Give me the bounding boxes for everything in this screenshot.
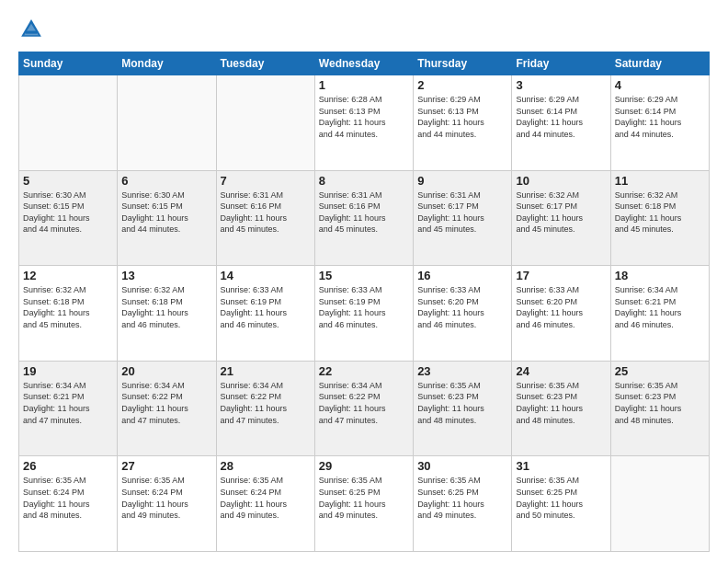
day-info: Sunrise: 6:34 AM Sunset: 6:22 PM Dayligh… <box>319 380 409 426</box>
calendar-cell: 21Sunrise: 6:34 AM Sunset: 6:22 PM Dayli… <box>216 361 314 456</box>
calendar-cell: 24Sunrise: 6:35 AM Sunset: 6:23 PM Dayli… <box>512 361 610 456</box>
day-number: 2 <box>417 78 507 92</box>
day-number: 27 <box>121 459 211 473</box>
weekday-header-wednesday: Wednesday <box>314 52 413 75</box>
calendar-cell: 30Sunrise: 6:35 AM Sunset: 6:25 PM Dayli… <box>414 456 512 552</box>
day-info: Sunrise: 6:35 AM Sunset: 6:24 PM Dayligh… <box>221 475 311 521</box>
logo-icon <box>18 17 44 42</box>
day-info: Sunrise: 6:31 AM Sunset: 6:16 PM Dayligh… <box>319 190 409 236</box>
day-number: 25 <box>615 364 705 378</box>
day-number: 11 <box>615 174 705 188</box>
day-number: 24 <box>516 364 606 378</box>
calendar-cell: 25Sunrise: 6:35 AM Sunset: 6:23 PM Dayli… <box>610 361 709 456</box>
day-number: 21 <box>221 364 311 378</box>
calendar-cell: 1Sunrise: 6:28 AM Sunset: 6:13 PM Daylig… <box>314 75 413 171</box>
weekday-header-monday: Monday <box>118 52 216 75</box>
weekday-header-thursday: Thursday <box>414 52 512 75</box>
weekday-header-tuesday: Tuesday <box>216 52 314 75</box>
day-info: Sunrise: 6:33 AM Sunset: 6:19 PM Dayligh… <box>221 284 311 330</box>
day-info: Sunrise: 6:32 AM Sunset: 6:18 PM Dayligh… <box>23 284 113 330</box>
day-info: Sunrise: 6:29 AM Sunset: 6:13 PM Dayligh… <box>417 94 507 140</box>
day-number: 14 <box>221 269 311 282</box>
calendar-cell <box>118 75 216 171</box>
day-info: Sunrise: 6:35 AM Sunset: 6:25 PM Dayligh… <box>319 475 409 521</box>
calendar-cell <box>19 75 118 171</box>
day-number: 22 <box>319 364 409 378</box>
calendar-cell: 20Sunrise: 6:34 AM Sunset: 6:22 PM Dayli… <box>118 361 216 456</box>
calendar-cell: 12Sunrise: 6:32 AM Sunset: 6:18 PM Dayli… <box>19 266 118 362</box>
day-info: Sunrise: 6:29 AM Sunset: 6:14 PM Dayligh… <box>615 94 705 140</box>
day-number: 19 <box>23 364 113 378</box>
day-info: Sunrise: 6:35 AM Sunset: 6:24 PM Dayligh… <box>121 475 211 521</box>
calendar-cell: 4Sunrise: 6:29 AM Sunset: 6:14 PM Daylig… <box>610 75 709 171</box>
day-number: 16 <box>417 269 507 282</box>
day-info: Sunrise: 6:34 AM Sunset: 6:21 PM Dayligh… <box>615 284 705 330</box>
page: SundayMondayTuesdayWednesdayThursdayFrid… <box>0 0 728 563</box>
weekday-header-friday: Friday <box>512 52 610 75</box>
day-info: Sunrise: 6:35 AM Sunset: 6:23 PM Dayligh… <box>417 380 507 426</box>
day-info: Sunrise: 6:30 AM Sunset: 6:15 PM Dayligh… <box>121 190 211 236</box>
day-info: Sunrise: 6:31 AM Sunset: 6:16 PM Dayligh… <box>221 190 311 236</box>
calendar-cell: 31Sunrise: 6:35 AM Sunset: 6:25 PM Dayli… <box>512 456 610 552</box>
calendar-cell: 27Sunrise: 6:35 AM Sunset: 6:24 PM Dayli… <box>118 456 216 552</box>
day-info: Sunrise: 6:32 AM Sunset: 6:18 PM Dayligh… <box>121 284 211 330</box>
day-info: Sunrise: 6:35 AM Sunset: 6:23 PM Dayligh… <box>615 380 705 426</box>
day-info: Sunrise: 6:33 AM Sunset: 6:20 PM Dayligh… <box>516 284 606 330</box>
day-info: Sunrise: 6:28 AM Sunset: 6:13 PM Dayligh… <box>319 94 409 140</box>
calendar-cell <box>216 75 314 171</box>
day-info: Sunrise: 6:34 AM Sunset: 6:22 PM Dayligh… <box>221 380 311 426</box>
calendar-cell: 18Sunrise: 6:34 AM Sunset: 6:21 PM Dayli… <box>610 266 709 362</box>
calendar-week-5: 26Sunrise: 6:35 AM Sunset: 6:24 PM Dayli… <box>19 456 710 552</box>
day-info: Sunrise: 6:34 AM Sunset: 6:21 PM Dayligh… <box>23 380 113 426</box>
calendar-cell: 5Sunrise: 6:30 AM Sunset: 6:15 PM Daylig… <box>19 170 118 266</box>
weekday-header-saturday: Saturday <box>610 52 709 75</box>
day-number: 17 <box>516 269 606 282</box>
calendar-cell: 3Sunrise: 6:29 AM Sunset: 6:14 PM Daylig… <box>512 75 610 171</box>
day-info: Sunrise: 6:35 AM Sunset: 6:23 PM Dayligh… <box>516 380 606 426</box>
day-number: 12 <box>23 269 113 282</box>
calendar-cell: 15Sunrise: 6:33 AM Sunset: 6:19 PM Dayli… <box>314 266 413 362</box>
calendar-cell: 26Sunrise: 6:35 AM Sunset: 6:24 PM Dayli… <box>19 456 118 552</box>
calendar-week-4: 19Sunrise: 6:34 AM Sunset: 6:21 PM Dayli… <box>19 361 710 456</box>
logo <box>18 17 48 42</box>
day-info: Sunrise: 6:30 AM Sunset: 6:15 PM Dayligh… <box>23 190 113 236</box>
day-number: 7 <box>221 174 311 188</box>
day-info: Sunrise: 6:35 AM Sunset: 6:25 PM Dayligh… <box>417 475 507 521</box>
weekday-header-sunday: Sunday <box>19 52 118 75</box>
weekday-header-row: SundayMondayTuesdayWednesdayThursdayFrid… <box>19 52 710 75</box>
day-number: 20 <box>121 364 211 378</box>
day-number: 31 <box>516 459 606 473</box>
calendar-cell: 23Sunrise: 6:35 AM Sunset: 6:23 PM Dayli… <box>414 361 512 456</box>
calendar-cell: 29Sunrise: 6:35 AM Sunset: 6:25 PM Dayli… <box>314 456 413 552</box>
day-number: 23 <box>417 364 507 378</box>
day-number: 15 <box>319 269 409 282</box>
day-info: Sunrise: 6:32 AM Sunset: 6:18 PM Dayligh… <box>615 190 705 236</box>
calendar-cell: 10Sunrise: 6:32 AM Sunset: 6:17 PM Dayli… <box>512 170 610 266</box>
day-number: 5 <box>23 174 113 188</box>
day-number: 1 <box>319 78 409 92</box>
day-number: 29 <box>319 459 409 473</box>
calendar-cell: 2Sunrise: 6:29 AM Sunset: 6:13 PM Daylig… <box>414 75 512 171</box>
calendar-cell: 11Sunrise: 6:32 AM Sunset: 6:18 PM Dayli… <box>610 170 709 266</box>
calendar-cell: 22Sunrise: 6:34 AM Sunset: 6:22 PM Dayli… <box>314 361 413 456</box>
day-number: 9 <box>417 174 507 188</box>
calendar-cell: 17Sunrise: 6:33 AM Sunset: 6:20 PM Dayli… <box>512 266 610 362</box>
day-number: 18 <box>615 269 705 282</box>
day-info: Sunrise: 6:35 AM Sunset: 6:24 PM Dayligh… <box>23 475 113 521</box>
calendar-week-2: 5Sunrise: 6:30 AM Sunset: 6:15 PM Daylig… <box>19 170 710 266</box>
day-number: 10 <box>516 174 606 188</box>
calendar: SundayMondayTuesdayWednesdayThursdayFrid… <box>18 52 710 552</box>
calendar-cell: 28Sunrise: 6:35 AM Sunset: 6:24 PM Dayli… <box>216 456 314 552</box>
day-number: 3 <box>516 78 606 92</box>
day-info: Sunrise: 6:29 AM Sunset: 6:14 PM Dayligh… <box>516 94 606 140</box>
svg-rect-2 <box>26 31 37 34</box>
calendar-cell: 19Sunrise: 6:34 AM Sunset: 6:21 PM Dayli… <box>19 361 118 456</box>
day-info: Sunrise: 6:33 AM Sunset: 6:19 PM Dayligh… <box>319 284 409 330</box>
day-info: Sunrise: 6:34 AM Sunset: 6:22 PM Dayligh… <box>121 380 211 426</box>
day-info: Sunrise: 6:31 AM Sunset: 6:17 PM Dayligh… <box>417 190 507 236</box>
header <box>18 17 710 42</box>
day-number: 30 <box>417 459 507 473</box>
calendar-cell: 7Sunrise: 6:31 AM Sunset: 6:16 PM Daylig… <box>216 170 314 266</box>
day-number: 26 <box>23 459 113 473</box>
day-info: Sunrise: 6:33 AM Sunset: 6:20 PM Dayligh… <box>417 284 507 330</box>
